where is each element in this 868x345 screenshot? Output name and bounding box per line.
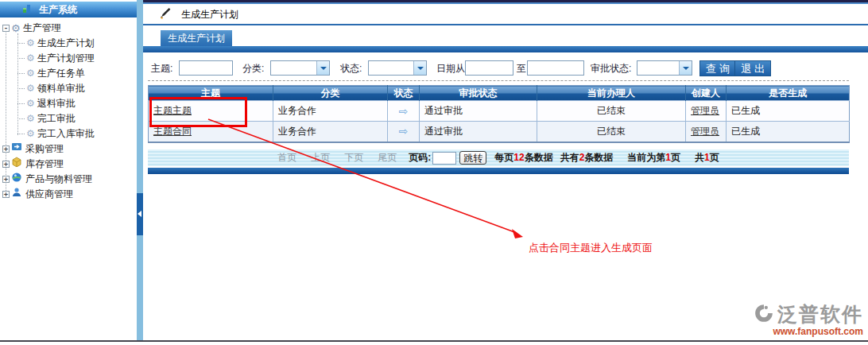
tab-underline-bar (143, 46, 868, 52)
subject-input[interactable] (179, 60, 233, 76)
top-divider-accent (143, 2, 868, 4)
plus-box-icon[interactable]: + (2, 145, 10, 153)
page-number-input[interactable] (432, 152, 456, 165)
subject-label: 主题: (151, 60, 172, 76)
sidebar: 生产系统 - ⚙ 生产管理 ⚙ 生成生产计划 ⚙ 生产计划管理 ⚙ (0, 0, 137, 341)
approval-status-label: 审批状态: (591, 60, 631, 76)
arrow-right-icon[interactable]: ⇨ (399, 125, 409, 138)
plus-box-icon[interactable]: + (2, 176, 10, 183)
col-status: 状态 (388, 86, 420, 101)
status-select[interactable] (368, 60, 427, 76)
main-content: 生成生产计划 生成生产计划 主题: 分类: 状态: 日期从 至 审批状态: 查 … (143, 0, 868, 345)
approval-status-select[interactable] (637, 60, 692, 76)
per-page-suffix: 条数据 (525, 152, 553, 163)
sidebar-item-warehouse-approval[interactable]: ⚙ 完工入库审批 (0, 126, 137, 141)
tree-stub (17, 134, 25, 134)
sidebar-item-purchasing-mgmt[interactable]: + 采购管理 (0, 141, 137, 157)
plus-box-icon[interactable]: + (2, 161, 10, 168)
date-to-input[interactable] (527, 60, 584, 76)
filter-divider (148, 80, 849, 81)
sidebar-item-return-approval[interactable]: ⚙ 退料审批 (0, 96, 137, 111)
last-page-link[interactable]: 尾页 (378, 151, 397, 165)
fanpu-logo-icon (754, 303, 774, 326)
arrow-right-icon[interactable]: ⇨ (399, 105, 409, 118)
window-bottom-border (0, 340, 868, 342)
table-row: 主题主题 业务合作 ⇨ 通过审批 已结束 管理员 已生成 (149, 101, 850, 122)
approval-cell: 通过审批 (420, 122, 537, 142)
gear-icon: ⚙ (26, 83, 35, 94)
page-title: 生成生产计划 (181, 8, 238, 21)
tree-stub (17, 88, 25, 89)
handler-cell: 已结束 (537, 101, 686, 122)
sidebar-item-label: 供应商管理 (25, 187, 73, 202)
gear-icon: ⚙ (26, 38, 35, 48)
sidebar-item-production-mgmt[interactable]: - ⚙ 生产管理 (0, 21, 137, 36)
gear-icon: ⚙ (26, 68, 35, 79)
search-button[interactable]: 查 询 (699, 60, 736, 76)
sidebar-item-label: 完工入库审批 (37, 126, 95, 141)
current-page-num: 1 (665, 152, 671, 163)
tree-stub (17, 118, 25, 119)
pen-icon (159, 7, 172, 22)
sidebar-item-material-approval[interactable]: ⚙ 领料单审批 (0, 81, 137, 96)
sidebar-item-label: 完工审批 (37, 111, 76, 126)
total-text: 共有 (560, 152, 579, 163)
creator-link[interactable]: 管理员 (691, 126, 719, 137)
tab-generate-plan[interactable]: 生成生产计划 (161, 30, 232, 46)
prev-page-link[interactable]: 上页 (311, 151, 330, 165)
date-from-label: 日期从 (436, 60, 465, 76)
sidebar-item-label: 生产计划管理 (37, 51, 95, 66)
sidebar-item-inventory-mgmt[interactable]: + 库存管理 (0, 157, 137, 172)
current-page-suffix: 页 (671, 152, 680, 163)
sidebar-item-generate-plan[interactable]: ⚙ 生成生产计划 (0, 36, 137, 51)
tree-stub (17, 43, 25, 44)
filter-bar: 主题: 分类: 状态: 日期从 至 审批状态: 查 询 退 出 (143, 60, 868, 76)
plus-box-icon[interactable]: + (2, 191, 10, 198)
category-cell: 业务合作 (273, 101, 388, 122)
splitter-collapse-handle[interactable] (137, 193, 143, 235)
sidebar-item-label: 生产任务单 (37, 66, 85, 81)
status-label: 状态: (340, 60, 362, 76)
sidebar-item-label: 库存管理 (25, 157, 64, 172)
chevron-down-icon (679, 61, 692, 75)
sidebar-splitter[interactable] (137, 0, 143, 341)
sidebar-title: 生产系统 (39, 3, 77, 17)
gear-icon: ⚙ (26, 53, 35, 64)
total-pages-num: 1 (704, 152, 710, 163)
gear-icon: ⚙ (26, 99, 35, 109)
sidebar-item-label: 退料审批 (37, 96, 76, 111)
category-cell: 业务合作 (273, 122, 388, 142)
generated-cell: 已生成 (727, 122, 850, 142)
sidebar-item-plan-mgmt[interactable]: ⚙ 生产计划管理 (0, 51, 137, 66)
sidebar-item-completion-approval[interactable]: ⚙ 完工审批 (0, 111, 137, 126)
supplier-person-icon (11, 187, 22, 202)
per-page-count: 12 (513, 152, 524, 163)
inventory-box-icon (11, 157, 22, 172)
sidebar-item-product-material-mgmt[interactable]: + 产品与物料管理 (0, 172, 137, 187)
exit-button[interactable]: 退 出 (734, 60, 771, 76)
col-creator: 创建人 (686, 86, 727, 101)
sidebar-tree: - ⚙ 生产管理 ⚙ 生成生产计划 ⚙ 生产计划管理 ⚙ 生产任务单 ⚙ (0, 21, 137, 202)
category-label: 分类: (242, 60, 264, 76)
sidebar-item-task-order[interactable]: ⚙ 生产任务单 (0, 66, 137, 81)
minus-box-icon[interactable]: - (2, 25, 10, 32)
purchase-icon (11, 141, 22, 157)
category-select[interactable] (270, 60, 330, 76)
date-from-input[interactable] (465, 60, 513, 76)
gear-icon: ⚙ (26, 114, 35, 124)
chevron-down-icon (316, 61, 329, 75)
creator-link[interactable]: 管理员 (691, 105, 719, 116)
next-page-link[interactable]: 下页 (344, 151, 363, 165)
title-divider (143, 24, 868, 25)
jump-button[interactable]: 跳转 (459, 151, 486, 165)
gear-icon: ⚙ (26, 129, 35, 139)
handler-cell: 已结束 (537, 122, 686, 142)
generated-cell: 已生成 (727, 101, 850, 122)
sidebar-item-label: 生成生产计划 (37, 36, 95, 51)
watermark-url: www.fanpusoft.com (754, 326, 863, 337)
table-row: 主题合同 业务合作 ⇨ 通过审批 已结束 管理员 已生成 (149, 122, 850, 142)
sidebar-item-supplier-mgmt[interactable]: + 供应商管理 (0, 187, 137, 202)
sidebar-header: 生产系统 (0, 2, 137, 17)
globe-icon (11, 172, 22, 188)
first-page-link[interactable]: 首页 (277, 151, 296, 165)
